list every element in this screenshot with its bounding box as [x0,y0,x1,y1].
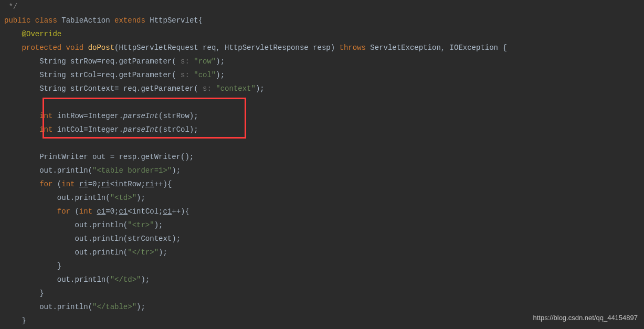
code-line: PrintWriter out = resp.getWriter(); [4,150,640,164]
code-line: for (int ci=0;ci<intCol;ci++){ [4,205,640,218]
code-line: } [4,259,640,273]
code-line: @Override [4,27,640,41]
code-line: for (int ri=0;ri<intRow;ri++){ [4,177,640,191]
code-editor[interactable]: */ public class TableAction extends Http… [4,0,640,327]
code-line [4,95,640,109]
code-line: String strContext= req.getParameter( s: … [4,82,640,95]
code-line: public class TableAction extends HttpSer… [4,14,640,27]
watermark-text: https://blog.csdn.net/qq_44154897 [533,311,638,325]
code-line: */ [4,0,640,14]
code-line: protected void doPost(HttpServletRequest… [4,41,640,55]
code-line: } [4,286,640,300]
code-line: out.println("</tr>"); [4,246,640,259]
code-line: out.println("</td>"); [4,273,640,286]
code-line: out.println("<tr>"); [4,218,640,232]
code-line: int intCol=Integer.parseInt(strCol); [4,123,640,136]
code-line: out.println(strContext); [4,232,640,246]
code-line: int intRow=Integer.parseInt(strRow); [4,109,640,123]
code-line: out.println("<table border=1>"); [4,164,640,177]
code-line: String strRow=req.getParameter( s: "row"… [4,55,640,68]
code-line [4,136,640,150]
code-line: String strCol=req.getParameter( s: "col"… [4,68,640,82]
code-line: out.println("<td>"); [4,191,640,205]
